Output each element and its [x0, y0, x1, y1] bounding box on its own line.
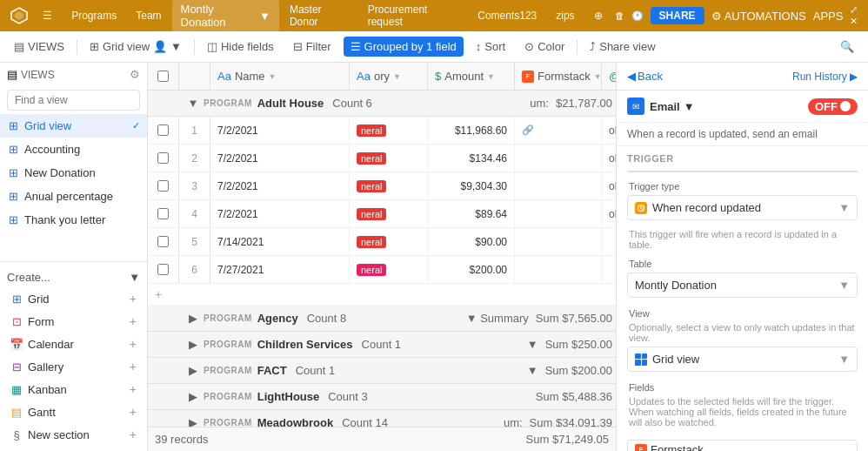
view-item-accounting[interactable]: ⊞ Accounting [0, 138, 147, 161]
table-row[interactable]: 5 7/14/2021 neral $90.00 [148, 228, 616, 256]
row-date-5[interactable]: 7/14/2021 [210, 228, 350, 255]
create-form-plus[interactable]: + [130, 314, 137, 328]
row-amount-4[interactable]: $89.64 [428, 200, 515, 227]
row-amount-1[interactable]: $11,968.60 [428, 117, 515, 144]
row-amount-6[interactable]: $200.00 [428, 256, 515, 283]
row-story-5[interactable]: neral [350, 228, 428, 255]
create-gallery-plus[interactable]: + [130, 360, 137, 374]
row-date-4[interactable]: 7/2/2021 [210, 200, 350, 227]
nav-tab-coments[interactable]: Coments123 [469, 6, 545, 25]
col-formstack-header[interactable]: F Formstack ▼ [515, 63, 602, 90]
create-grid-plus[interactable]: + [130, 292, 137, 306]
view-item-grid[interactable]: ⊞ Grid view ✓ [0, 114, 147, 138]
col-email-header[interactable]: @ Email (from Compa... ▼ [602, 63, 616, 90]
checkbox-5[interactable] [157, 236, 169, 247]
views-gear-icon[interactable]: ⚙ [130, 68, 140, 81]
checkbox-1[interactable] [157, 125, 169, 136]
row-formstack-3[interactable] [515, 172, 602, 199]
table-row[interactable]: 1 7/2/2021 neral $11,968.60 🔗 okayyali@o… [148, 117, 616, 145]
nav-tab-zips[interactable]: zips [547, 6, 583, 25]
create-calendar-item[interactable]: 📅 Calendar + [7, 333, 140, 355]
group-header-agency[interactable]: ▶ PROGRAM Agency Count 8 ▼ Summary Sum $… [148, 306, 616, 332]
row-check-3[interactable] [148, 172, 179, 199]
history-icon[interactable]: 🕐 [631, 10, 644, 22]
run-history-button[interactable]: Run History ▶ [792, 71, 858, 83]
row-email-4[interactable]: okayyali@odysseyhouse.... [602, 200, 616, 227]
fields-tag[interactable]: F Formstack [627, 440, 858, 451]
group-header-fact[interactable]: ▶ PROGRAM FACT Count 1 ▼ Sum $200.00 [148, 358, 616, 384]
checkbox-4[interactable] [157, 208, 169, 219]
row-email-5[interactable] [602, 228, 616, 255]
group-toggle-agency[interactable]: ▶ [186, 312, 200, 326]
create-kanban-item[interactable]: ▦ Kanban + [7, 378, 140, 401]
row-formstack-4[interactable] [515, 200, 602, 227]
create-calendar-plus[interactable]: + [130, 337, 137, 351]
row-formstack-1[interactable]: 🔗 [515, 117, 602, 144]
row-date-6[interactable]: 7/27/2021 [210, 256, 350, 283]
group-header-adult-house[interactable]: ▼ PROGRAM Adult House Count 6 um: $21,78… [148, 91, 616, 117]
views-button[interactable]: ▤ VIEWS [7, 37, 71, 57]
group-toggle-children[interactable]: ▶ [186, 338, 200, 352]
view-item-annual[interactable]: ⊞ Anual percentage [0, 185, 147, 208]
create-form-item[interactable]: ⊡ Form + [7, 310, 140, 333]
col-story-header[interactable]: Aa ory ▼ [350, 63, 428, 90]
row-formstack-2[interactable] [515, 145, 602, 172]
row-date-1[interactable]: 7/2/2021 [210, 117, 350, 144]
group-header-children[interactable]: ▶ PROGRAM Children Services Count 1 ▼ Su… [148, 332, 616, 358]
create-grid-item[interactable]: ⊞ Grid + [7, 287, 140, 310]
row-amount-5[interactable]: $90.00 [428, 228, 515, 255]
row-date-2[interactable]: 7/2/2021 [210, 145, 350, 172]
row-email-1[interactable]: okayyali@odysseyhouse.... [602, 117, 616, 144]
view-item-new-donation[interactable]: ⊞ New Donation [0, 161, 147, 185]
row-formstack-6[interactable] [515, 256, 602, 283]
group-toggle-adult-house[interactable]: ▼ [186, 97, 200, 111]
checkbox-6[interactable] [157, 264, 169, 275]
nav-tab-team[interactable]: Team [127, 6, 170, 25]
col-amount-header[interactable]: $ Amount ▼ [428, 63, 515, 90]
table-row[interactable]: 4 7/2/2021 neral $89.64 okayyali@odyssey… [148, 200, 616, 228]
group-button[interactable]: ☰ Grouped by 1 field [344, 37, 464, 57]
create-gantt-plus[interactable]: + [130, 405, 137, 419]
share-view-button[interactable]: ⤴ Share view [583, 37, 662, 57]
row-check-6[interactable] [148, 256, 179, 283]
nav-add-tab[interactable]: ⊕ [585, 6, 611, 25]
table-select[interactable]: Montly Donation ▼ [627, 273, 858, 298]
row-story-1[interactable]: neral [350, 117, 428, 144]
group-toggle-lighthouse[interactable]: ▶ [186, 390, 200, 404]
checkbox-3[interactable] [157, 180, 169, 192]
grid-view-button[interactable]: ⊞ Grid view 👤 ▼ [83, 37, 189, 57]
group-header-lighthouse[interactable]: ▶ PROGRAM LightHouse Count 3 Sum $5,488.… [148, 384, 616, 410]
nav-menu-btn[interactable]: ☰ [34, 6, 61, 25]
nav-tab-programs[interactable]: Programs [63, 6, 125, 25]
trigger-card[interactable]: When a record is updated ▼ [627, 171, 858, 172]
checkbox-2[interactable] [157, 152, 169, 164]
automations-button[interactable]: ⚙ AUTOMATIONS [711, 10, 806, 23]
row-email-3[interactable]: okayyali@odysseyhouse.... [602, 172, 616, 199]
apps-button[interactable]: APPS [813, 10, 844, 23]
row-story-4[interactable]: neral [350, 200, 428, 227]
table-row[interactable]: 6 7/27/2021 neral $200.00 [148, 256, 616, 284]
app-logo[interactable] [7, 3, 30, 28]
row-check-5[interactable] [148, 228, 179, 255]
window-controls[interactable]: ⤢ ✕ [850, 4, 861, 27]
table-row[interactable]: 2 7/2/2021 neral $134.46 okayyali@odysse… [148, 145, 616, 172]
row-story-6[interactable]: neral [350, 256, 428, 283]
col-checkbox[interactable] [148, 63, 179, 90]
row-formstack-5[interactable] [515, 228, 602, 255]
filter-button[interactable]: ⊟ Filter [286, 37, 338, 57]
row-amount-3[interactable]: $9,304.30 [428, 172, 515, 199]
main-grid[interactable]: Aa Name ▼ Aa ory ▼ $ Amount ▼ F Formstac… [148, 63, 616, 451]
add-record-adult-house[interactable]: + [148, 284, 616, 306]
trigger-card-header[interactable]: When a record is updated ▼ [628, 172, 857, 172]
row-check-2[interactable] [148, 145, 179, 172]
row-check-4[interactable] [148, 200, 179, 227]
row-amount-2[interactable]: $134.46 [428, 145, 515, 172]
col-name-header[interactable]: Aa Name ▼ [210, 63, 350, 90]
create-section-plus[interactable]: + [130, 427, 137, 441]
row-date-3[interactable]: 7/2/2021 [210, 172, 350, 199]
row-story-2[interactable]: neral [350, 145, 428, 172]
trigger-type-select[interactable]: When record updated ▼ [627, 195, 858, 220]
row-email-2[interactable]: okayyali@odysseyhouse.... [602, 145, 616, 172]
create-gantt-item[interactable]: ▤ Gantt + [7, 401, 140, 423]
nav-tab-montly-donation[interactable]: Montly Donation ▼ [172, 0, 279, 32]
